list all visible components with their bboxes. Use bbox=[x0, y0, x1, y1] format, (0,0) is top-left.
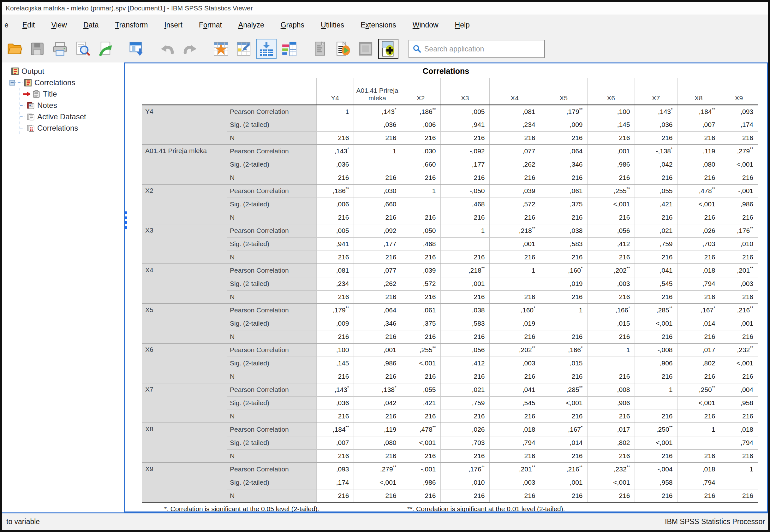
sig-cell[interactable]: ,019 bbox=[489, 317, 540, 330]
pearson-cell[interactable]: ,077 bbox=[353, 264, 401, 277]
stat-label[interactable]: Pearson Correlation bbox=[227, 463, 316, 476]
stat-label[interactable]: Pearson Correlation bbox=[227, 343, 316, 357]
pearson-cell[interactable]: ,250** bbox=[677, 383, 720, 396]
pearson-cell[interactable]: ,005 bbox=[316, 224, 353, 237]
sig-cell[interactable]: ,794 bbox=[677, 277, 720, 290]
n-cell[interactable]: 216 bbox=[677, 131, 720, 145]
sig-cell[interactable]: ,014 bbox=[540, 436, 587, 449]
menu-e[interactable]: e bbox=[2, 18, 14, 33]
pearson-cell[interactable]: ,055 bbox=[635, 184, 677, 198]
pearson-cell[interactable]: ,064 bbox=[540, 145, 587, 158]
pearson-cell[interactable]: ,081 bbox=[489, 105, 540, 118]
row-label-x5[interactable]: X5 bbox=[142, 304, 227, 343]
n-cell[interactable]: 216 bbox=[720, 171, 758, 184]
pearson-cell[interactable]: ,184** bbox=[677, 105, 720, 118]
sig-cell[interactable]: ,421 bbox=[635, 198, 677, 211]
pearson-cell[interactable]: 1 bbox=[353, 145, 401, 158]
pearson-cell[interactable]: ,478** bbox=[677, 184, 720, 198]
n-cell[interactable]: 216 bbox=[401, 251, 441, 264]
n-cell[interactable]: 216 bbox=[635, 330, 677, 343]
sig-cell[interactable]: ,660 bbox=[401, 158, 441, 171]
sig-cell[interactable]: ,177 bbox=[353, 237, 401, 251]
pearson-cell[interactable]: 1 bbox=[587, 343, 635, 357]
menu-window[interactable]: Window bbox=[405, 18, 447, 33]
title-bar[interactable]: Korelacijska matrika - mleko (primar).sp… bbox=[2, 2, 768, 15]
tree-item-correlations-table[interactable]: Correlations bbox=[20, 122, 124, 134]
pearson-cell[interactable]: ,186** bbox=[316, 184, 353, 198]
pearson-cell[interactable]: -,004 bbox=[635, 463, 677, 476]
sig-cell[interactable]: ,019 bbox=[540, 277, 587, 290]
n-cell[interactable]: 216 bbox=[677, 370, 720, 383]
search-box[interactable] bbox=[409, 40, 545, 58]
sig-cell[interactable]: ,572 bbox=[489, 198, 540, 211]
n-cell[interactable]: 216 bbox=[316, 410, 353, 423]
stat-label[interactable]: Pearson Correlation bbox=[227, 304, 316, 317]
pearson-cell[interactable]: 1 bbox=[489, 264, 540, 277]
sig-cell[interactable]: ,080 bbox=[677, 158, 720, 171]
pearson-cell[interactable]: ,218** bbox=[489, 224, 540, 237]
sig-cell[interactable]: ,145 bbox=[587, 118, 635, 131]
menu-graphs[interactable]: Graphs bbox=[272, 18, 312, 33]
pearson-cell[interactable]: ,119 bbox=[353, 423, 401, 436]
pearson-cell[interactable]: ,143* bbox=[316, 383, 353, 396]
sig-cell[interactable]: ,003 bbox=[489, 357, 540, 370]
n-cell[interactable]: 216 bbox=[401, 131, 441, 145]
pearson-cell[interactable]: ,279** bbox=[353, 463, 401, 476]
row-label-y4[interactable]: Y4 bbox=[142, 105, 227, 145]
correlations-pivot-table[interactable]: Y4A01.41 Prireja mlekaX2X3X4X5X6X7X8X9Y4… bbox=[142, 78, 758, 503]
pearson-cell[interactable]: 1 bbox=[677, 423, 720, 436]
sig-cell[interactable]: ,346 bbox=[353, 317, 401, 330]
sig-cell[interactable]: ,958 bbox=[720, 396, 758, 410]
sig-cell[interactable]: ,583 bbox=[540, 237, 587, 251]
pearson-cell[interactable]: ,160* bbox=[540, 264, 587, 277]
menu-format[interactable]: Format bbox=[191, 18, 230, 33]
n-cell[interactable]: 216 bbox=[635, 211, 677, 224]
sig-cell[interactable]: ,145 bbox=[316, 357, 353, 370]
n-cell[interactable]: 216 bbox=[353, 131, 401, 145]
n-cell[interactable]: 216 bbox=[316, 251, 353, 264]
search-input[interactable] bbox=[424, 45, 541, 53]
sig-cell[interactable] bbox=[401, 198, 441, 211]
pearson-cell[interactable]: ,201** bbox=[489, 463, 540, 476]
pearson-cell[interactable]: ,061 bbox=[540, 184, 587, 198]
sig-cell[interactable]: ,042 bbox=[353, 396, 401, 410]
sig-cell[interactable]: ,572 bbox=[401, 277, 441, 290]
pearson-cell[interactable]: ,179** bbox=[316, 304, 353, 317]
sig-cell[interactable]: ,545 bbox=[635, 277, 677, 290]
pearson-cell[interactable]: 1 bbox=[635, 383, 677, 396]
n-cell[interactable]: 216 bbox=[587, 370, 635, 383]
menu-analyze[interactable]: Analyze bbox=[230, 18, 272, 33]
stat-label[interactable]: Sig. (2-tailed) bbox=[227, 396, 316, 410]
pearson-cell[interactable]: ,005 bbox=[441, 105, 489, 118]
sig-cell[interactable]: <,001 bbox=[353, 476, 401, 489]
sig-cell[interactable]: ,468 bbox=[441, 198, 489, 211]
sig-cell[interactable]: ,006 bbox=[401, 118, 441, 131]
sig-cell[interactable]: ,941 bbox=[441, 118, 489, 131]
pearson-cell[interactable]: ,143* bbox=[353, 105, 401, 118]
sig-cell[interactable]: ,007 bbox=[677, 118, 720, 131]
sig-cell[interactable]: ,906 bbox=[635, 357, 677, 370]
sig-cell[interactable]: <,001 bbox=[677, 198, 720, 211]
stat-label[interactable]: N bbox=[227, 449, 316, 463]
sig-cell[interactable]: <,001 bbox=[587, 198, 635, 211]
sig-cell[interactable] bbox=[441, 237, 489, 251]
n-cell[interactable]: 216 bbox=[353, 370, 401, 383]
export-output-icon[interactable] bbox=[95, 39, 115, 59]
n-cell[interactable]: 216 bbox=[540, 131, 587, 145]
sig-cell[interactable] bbox=[316, 118, 353, 131]
pearson-cell[interactable]: -,138* bbox=[635, 145, 677, 158]
n-cell[interactable]: 216 bbox=[540, 171, 587, 184]
stat-label[interactable]: Sig. (2-tailed) bbox=[227, 198, 316, 211]
select-output-icon[interactable] bbox=[256, 39, 276, 59]
pearson-cell[interactable]: ,077 bbox=[489, 145, 540, 158]
n-cell[interactable]: 216 bbox=[540, 489, 587, 502]
sig-cell[interactable]: <,001 bbox=[401, 357, 441, 370]
sig-cell[interactable]: <,001 bbox=[720, 357, 758, 370]
column-header-a01-41-prireja-mleka[interactable]: A01.41 Prireja mleka bbox=[353, 78, 401, 105]
column-header-x7[interactable]: X7 bbox=[635, 78, 677, 105]
n-cell[interactable]: 216 bbox=[720, 330, 758, 343]
sig-cell[interactable] bbox=[635, 396, 677, 410]
sig-cell[interactable]: ,262 bbox=[353, 277, 401, 290]
menu-transform[interactable]: Transform bbox=[107, 18, 156, 33]
sig-cell[interactable]: ,794 bbox=[720, 436, 758, 449]
